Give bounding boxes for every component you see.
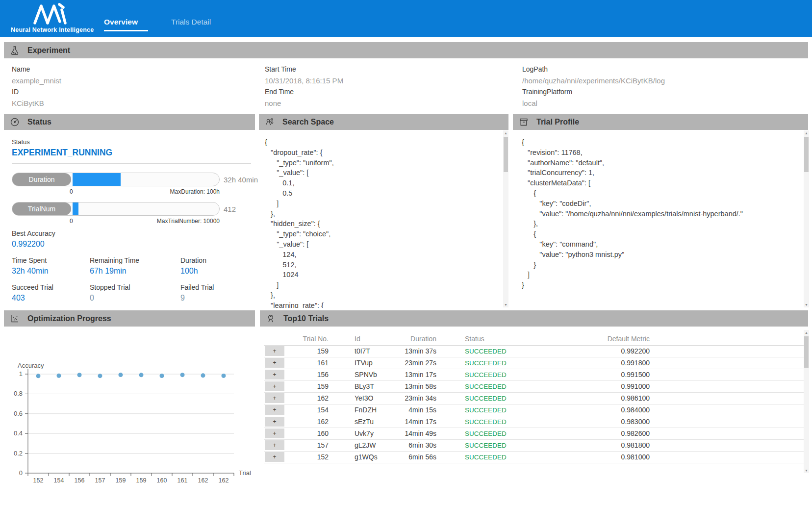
trial-status-cell: SUCCEEDED <box>436 404 549 416</box>
trial-duration-cell: 14min 49s <box>387 428 436 439</box>
svg-text:152: 152 <box>33 477 44 484</box>
trial-metric-cell: 0.991000 <box>549 380 650 392</box>
filler-cell <box>650 451 809 463</box>
scroll-down-button[interactable]: ▼ <box>804 302 809 307</box>
svg-text:0.4: 0.4 <box>14 429 23 437</box>
expand-cell: + <box>264 380 285 392</box>
tab-trials-detail[interactable]: Trials Detail <box>171 18 211 26</box>
header-status: Status <box>436 332 549 345</box>
field-starttime-label: Start Time <box>265 64 343 75</box>
trial-row: +161ITVup23min 27sSUCCEEDED0.991800 <box>264 357 809 369</box>
field-id-label: ID <box>12 86 61 98</box>
brand-name: Neural Network Intelligence <box>11 26 94 33</box>
scrollbar-thumb[interactable] <box>804 336 809 368</box>
expand-row-button[interactable]: + <box>265 381 284 391</box>
best-accuracy-label: Best Accuracy <box>12 229 55 237</box>
filler-cell <box>650 428 809 439</box>
status-badge: SUCCEEDED <box>465 359 507 367</box>
trial-id-cell: BLy3T <box>329 380 387 392</box>
scroll-up-button[interactable]: ▲ <box>804 330 809 335</box>
duration-value: 32h 40min <box>224 176 258 184</box>
svg-text:154: 154 <box>54 477 64 484</box>
field-endtime-label: End Time <box>265 86 343 98</box>
optimization-section-title: Optimization Progress <box>27 314 111 323</box>
svg-text:162: 162 <box>219 477 229 484</box>
expand-row-button[interactable]: + <box>265 429 284 438</box>
svg-text:159: 159 <box>116 477 126 484</box>
scroll-up-button[interactable]: ▲ <box>503 130 508 136</box>
expand-row-button[interactable]: + <box>265 452 284 462</box>
expand-row-button[interactable]: + <box>265 417 284 427</box>
scrollbar-thumb[interactable] <box>504 137 508 172</box>
trial-row: +162YeI3O23min 34sSUCCEEDED0.986100 <box>264 392 809 404</box>
trial-status-cell: SUCCEEDED <box>436 392 549 404</box>
trialnum-min: 0 <box>70 218 73 225</box>
status-badge: SUCCEEDED <box>465 395 507 402</box>
field-name-value: example_mnist <box>12 75 61 86</box>
stat-time-spent: Time Spent 32h 40min <box>12 256 49 276</box>
stat-succeed-trial: Succeed Trial 403 <box>12 283 53 303</box>
top10-section-title: Top10 Trials <box>283 314 329 323</box>
trial-duration-cell: 23min 27s <box>387 357 436 369</box>
trial-metric-cell: 0.981000 <box>549 451 650 463</box>
trial-profile-scrollbar[interactable]: ▲ ▼ <box>804 130 809 307</box>
expand-cell: + <box>264 416 285 428</box>
field-platform-label: TrainingPlatform <box>522 86 665 98</box>
experiment-col-2: Start Time 10/31/2018, 8:16:15 PM End Ti… <box>265 64 343 109</box>
trial-id-cell: g1WQs <box>329 451 387 463</box>
scroll-down-button[interactable]: ▼ <box>503 302 508 307</box>
expand-row-button[interactable]: + <box>265 346 284 356</box>
searchspace-section-bar: Search Space <box>259 114 508 130</box>
trial-row: +156SPNVb13min 17sSUCCEEDED0.991500 <box>264 369 809 380</box>
expand-row-button[interactable]: + <box>265 370 284 379</box>
trial-id-cell: YeI3O <box>329 392 387 404</box>
trial-metric-cell: 0.986100 <box>549 392 650 404</box>
archive-box-icon <box>519 117 529 127</box>
header-duration: Duration <box>387 332 436 345</box>
stat-stopped-trial: Stopped Trial 0 <box>90 283 130 303</box>
expand-row-button[interactable]: + <box>265 440 284 450</box>
scroll-down-button[interactable]: ▼ <box>804 468 809 473</box>
scroll-up-button[interactable]: ▲ <box>804 130 809 136</box>
trial-no-cell: 154 <box>285 404 329 416</box>
searchspace-section-title: Search Space <box>282 118 334 126</box>
expand-row-button[interactable]: + <box>265 405 284 415</box>
search-space-scrollbar[interactable]: ▲ ▼ <box>503 130 508 307</box>
trial-status-cell: SUCCEEDED <box>436 428 549 439</box>
stat-failed-trial: Failed Trial 9 <box>180 283 214 303</box>
status-badge: SUCCEEDED <box>465 418 507 426</box>
expand-row-button[interactable]: + <box>265 393 284 403</box>
filler-cell <box>650 404 809 416</box>
best-accuracy: Best Accuracy 0.992200 <box>12 229 55 249</box>
tab-overview[interactable]: Overview <box>104 18 138 26</box>
status-badge: SUCCEEDED <box>465 348 507 355</box>
svg-text:0.8: 0.8 <box>14 390 23 397</box>
trial-id-cell: FnDZH <box>329 404 387 416</box>
duration-progress-fill <box>73 173 121 186</box>
trial-row: +160Uvk7y14min 49sSUCCEEDED0.982600 <box>264 428 809 439</box>
svg-text:Trial: Trial <box>239 469 251 477</box>
trial-no-cell: 162 <box>285 416 329 428</box>
trial-no-cell: 162 <box>285 392 329 404</box>
experiment-col-3: LogPath /home/quzha/nni/experiments/KCiB… <box>522 64 665 109</box>
header-filler <box>650 332 809 345</box>
expand-column-header <box>264 332 285 345</box>
trial-duration-cell: 13min 17s <box>387 369 436 380</box>
svg-text:159: 159 <box>136 477 147 484</box>
field-endtime-value: none <box>265 98 343 109</box>
trial-metric-cell: 0.981800 <box>549 439 650 451</box>
medal-icon <box>266 314 276 324</box>
trial-id-cell: Uvk7y <box>329 428 387 439</box>
filler-cell <box>650 392 809 404</box>
expand-row-button[interactable]: + <box>265 358 284 368</box>
field-id-value: KCiBytKB <box>12 98 61 109</box>
header-trial-no: Trial No. <box>285 332 329 345</box>
top10-scrollbar[interactable]: ▲ ▼ <box>804 330 809 473</box>
scatter-plot-icon <box>10 314 20 324</box>
field-name-label: Name <box>12 64 61 75</box>
duration-progress-bar: Duration <box>12 173 220 186</box>
trial-metric-cell: 0.991800 <box>549 357 650 369</box>
trial-row: +152g1WQs6min 56sSUCCEEDED0.981000 <box>264 451 809 463</box>
trial-metric-cell: 0.982600 <box>549 428 650 439</box>
scrollbar-thumb[interactable] <box>804 137 809 172</box>
